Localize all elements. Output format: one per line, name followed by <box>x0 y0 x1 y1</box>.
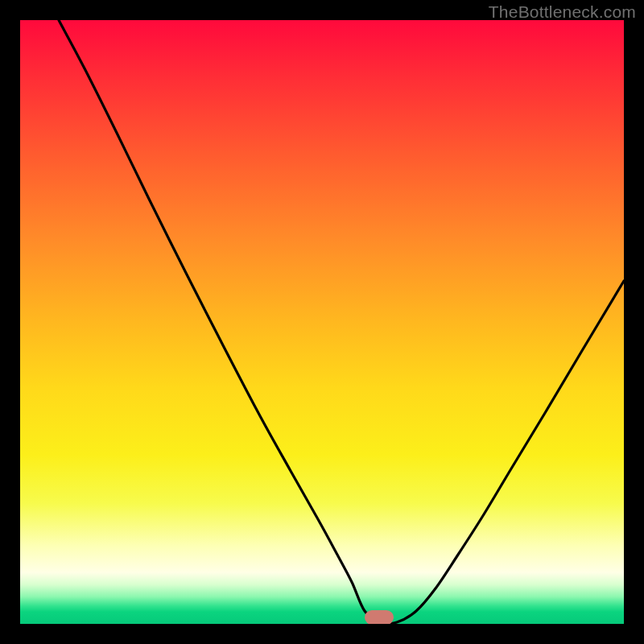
optimal-marker <box>365 610 394 624</box>
bottleneck-curve <box>20 20 624 624</box>
chart-frame: TheBottleneck.com <box>0 0 644 644</box>
watermark-text: TheBottleneck.com <box>489 2 636 22</box>
plot-area <box>20 20 624 624</box>
